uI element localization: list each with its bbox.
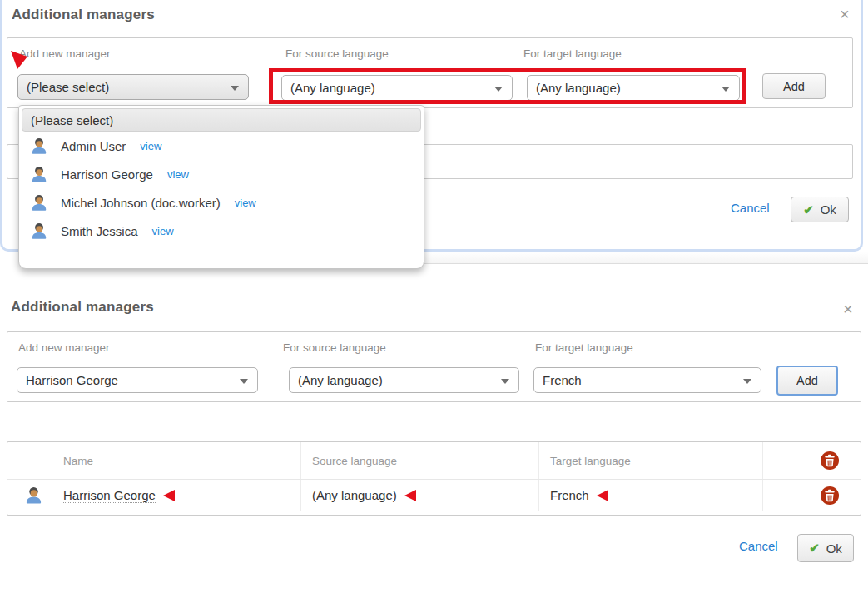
- page-divider: [424, 252, 868, 264]
- view-link[interactable]: view: [152, 225, 174, 237]
- view-link[interactable]: view: [140, 140, 161, 152]
- close-icon[interactable]: ×: [843, 301, 853, 317]
- manager-select[interactable]: (Please select): [17, 74, 249, 100]
- dialog-additional-managers-after: Additional managers × Add new manager Fo…: [0, 293, 868, 598]
- annotation-arrow-icon: [597, 490, 608, 501]
- column-header-source: Source language: [301, 442, 539, 479]
- manager-label: Add new manager: [18, 341, 110, 354]
- ok-button[interactable]: ✔ Ok: [791, 197, 849, 222]
- user-avatar-icon: [30, 137, 48, 155]
- column-header-name: Name: [52, 442, 301, 479]
- add-manager-form: Add new manager For source language For …: [7, 331, 861, 402]
- chevron-down-icon: [501, 379, 509, 384]
- manager-select[interactable]: Harrison George: [17, 367, 258, 393]
- view-link[interactable]: view: [167, 168, 189, 181]
- cancel-button[interactable]: Cancel: [731, 201, 770, 215]
- user-avatar-icon: [30, 165, 48, 183]
- annotation-highlight-rect: [269, 68, 746, 104]
- column-header-target: Target language: [539, 442, 763, 479]
- dropdown-item-smith-jessica[interactable]: Smith Jessica view: [22, 217, 421, 245]
- dropdown-item-admin-user[interactable]: Admin User view: [22, 132, 421, 160]
- dialog-title: Additional managers: [12, 7, 155, 23]
- page: Additional managers × Add new manager Fo…: [0, 0, 868, 598]
- user-avatar-icon: [24, 486, 43, 505]
- table-row: Harrison George (Any language) French: [7, 480, 861, 511]
- manager-label: Add new manager: [19, 47, 111, 60]
- annotation-arrow-icon: [163, 490, 175, 501]
- ok-button[interactable]: ✔ Ok: [797, 534, 854, 562]
- dialog-title: Additional managers: [11, 299, 154, 316]
- user-avatar-icon: [30, 222, 48, 240]
- dropdown-item-harrison-george[interactable]: Harrison George view: [22, 160, 421, 188]
- target-language-label: For target language: [535, 341, 633, 354]
- source-language-label: For source language: [283, 341, 386, 354]
- add-button[interactable]: Add: [762, 73, 826, 99]
- user-avatar-icon: [30, 193, 48, 212]
- manager-dropdown-list: (Please select) Admin User view Harrison…: [18, 105, 424, 269]
- delete-all-trash-icon[interactable]: [821, 451, 839, 470]
- view-link[interactable]: view: [235, 197, 256, 209]
- dropdown-item-michel-johnson[interactable]: Michel Johnson (doc.worker) view: [22, 188, 421, 217]
- add-button[interactable]: Add: [776, 366, 838, 396]
- dropdown-item-placeholder[interactable]: (Please select): [22, 108, 421, 132]
- annotation-arrow-icon: [404, 490, 416, 501]
- cancel-button[interactable]: Cancel: [739, 539, 778, 553]
- dialog-additional-managers-before: Additional managers × Add new manager Fo…: [2, 0, 861, 249]
- chevron-down-icon: [231, 86, 239, 91]
- chevron-down-icon: [743, 379, 751, 384]
- row-source-language: (Any language): [312, 488, 397, 502]
- check-icon: ✔: [809, 541, 820, 556]
- check-icon: ✔: [803, 202, 814, 217]
- table-header-row: Name Source language Target language: [7, 442, 861, 480]
- annotation-arrow-icon: [10, 49, 30, 71]
- target-language-select[interactable]: French: [533, 367, 761, 393]
- source-language-label: For source language: [285, 47, 389, 60]
- delete-row-trash-icon[interactable]: [821, 486, 839, 505]
- target-language-label: For target language: [523, 47, 622, 60]
- close-icon[interactable]: ×: [840, 6, 850, 22]
- source-language-select[interactable]: (Any language): [289, 367, 519, 393]
- managers-table: Name Source language Target language: [7, 441, 861, 516]
- chevron-down-icon: [240, 379, 248, 384]
- row-target-language: French: [550, 488, 589, 502]
- manager-name-link[interactable]: Harrison George: [63, 488, 156, 503]
